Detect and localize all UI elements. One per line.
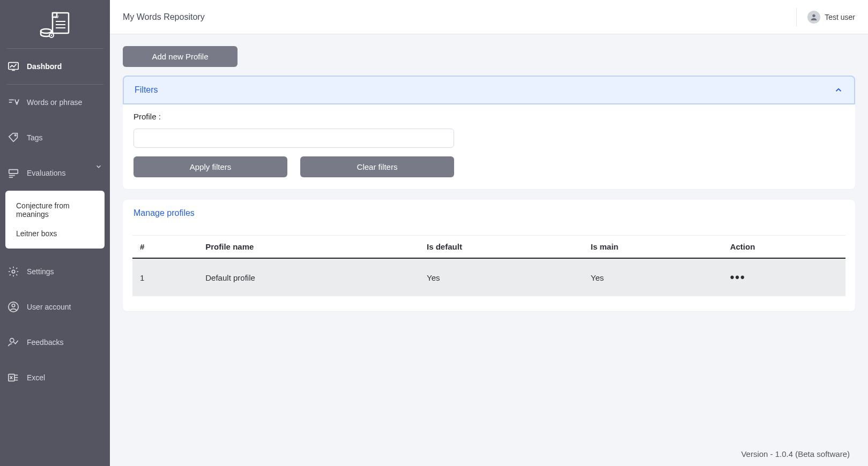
svg-rect-13: [9, 170, 18, 174]
svg-point-18: [12, 304, 15, 307]
sidebar-item-dashboard[interactable]: Dashbord: [0, 49, 110, 84]
sidebar-item-label: Dashbord: [27, 62, 62, 71]
user-name: Test user: [825, 13, 855, 21]
sidebar-item-excel[interactable]: Excel: [0, 360, 110, 395]
sidebar-item-label: Evaluations: [27, 169, 65, 177]
user-circle-icon: [8, 301, 19, 313]
col-ismain: Is main: [583, 236, 723, 259]
svg-point-12: [14, 134, 16, 136]
exam-icon: [8, 167, 19, 179]
text-icon: [8, 96, 19, 108]
filters-title: Filters: [135, 85, 158, 95]
sidebar: W Dashbord Words o: [0, 0, 110, 466]
svg-point-19: [10, 339, 14, 342]
sidebar-item-label: Excel: [27, 373, 45, 382]
evaluations-submenu: Conjecture from meanings Leitner boxs: [5, 191, 105, 249]
chevron-down-icon: [95, 163, 102, 170]
sidebar-item-label: Feedbacks: [27, 338, 63, 347]
excel-icon: [8, 372, 19, 384]
topbar: My Words Repository Test user: [110, 0, 868, 34]
add-profile-button[interactable]: Add new Profile: [123, 46, 238, 67]
svg-point-24: [813, 14, 815, 17]
sidebar-item-words[interactable]: Words or phrase: [0, 85, 110, 120]
submenu-item-label: Leitner boxs: [16, 229, 57, 238]
manage-profiles-card: Manage profiles # Profile name Is defaul…: [123, 200, 855, 311]
sidebar-item-feedback[interactable]: Feedbacks: [0, 325, 110, 360]
content: Add new Profile Filters Profile : Apply …: [110, 34, 868, 466]
filters-body: Profile : Apply filters Clear filters: [123, 104, 855, 189]
gear-icon: [8, 266, 19, 277]
sidebar-item-label: Tags: [27, 133, 43, 142]
clear-filters-button[interactable]: Clear filters: [300, 156, 454, 177]
chart-line-icon: [8, 61, 19, 72]
row-actions-button[interactable]: •••: [730, 270, 746, 284]
col-name: Profile name: [198, 236, 419, 259]
svg-text:W: W: [55, 14, 59, 19]
svg-rect-8: [9, 63, 18, 70]
col-action: Action: [723, 236, 845, 259]
chevron-up-icon: [834, 85, 843, 95]
profiles-table: # Profile name Is default Is main Action…: [132, 235, 845, 296]
svg-point-16: [12, 270, 15, 273]
cell-num: 1: [132, 258, 198, 296]
main-area: My Words Repository Test user Add new Pr…: [110, 0, 868, 466]
profile-label: Profile :: [133, 112, 844, 121]
cell-ismain: Yes: [583, 258, 723, 296]
submenu-item-label: Conjecture from meanings: [16, 201, 70, 219]
svg-point-7: [50, 35, 52, 36]
sidebar-item-label: Settings: [27, 267, 54, 276]
tag-icon: [8, 132, 19, 144]
sidebar-item-label: Words or phrase: [27, 98, 82, 107]
submenu-item-conjecture[interactable]: Conjecture from meanings: [5, 196, 105, 224]
sidebar-item-user[interactable]: User account: [0, 289, 110, 325]
table-row: 1 Default profile Yes Yes •••: [132, 258, 845, 296]
cell-isdefault: Yes: [419, 258, 583, 296]
feedback-icon: [8, 336, 19, 348]
cell-name: Default profile: [198, 258, 419, 296]
user-menu[interactable]: Test user: [807, 11, 855, 24]
sidebar-item-evaluations[interactable]: Evaluations: [0, 155, 110, 191]
col-isdefault: Is default: [419, 236, 583, 259]
submenu-item-leitner[interactable]: Leitner boxs: [5, 224, 105, 243]
sidebar-item-settings[interactable]: Settings: [0, 254, 110, 289]
filters-header[interactable]: Filters: [123, 76, 855, 104]
page-title: My Words Repository: [123, 12, 205, 22]
version-footer: Version - 1.0.4 (Beta software): [741, 449, 850, 459]
svg-point-5: [41, 29, 51, 33]
profile-input[interactable]: [133, 129, 454, 148]
sidebar-item-label: User account: [27, 303, 71, 311]
apply-filters-button[interactable]: Apply filters: [133, 156, 287, 177]
manage-title: Manage profiles: [123, 200, 855, 222]
avatar: [807, 11, 820, 24]
cell-action: •••: [723, 258, 845, 296]
filters-card: Filters Profile : Apply filters Clear fi…: [123, 76, 855, 189]
sidebar-item-tags[interactable]: Tags: [0, 120, 110, 155]
app-logo: W: [0, 0, 110, 48]
col-num: #: [132, 236, 198, 259]
